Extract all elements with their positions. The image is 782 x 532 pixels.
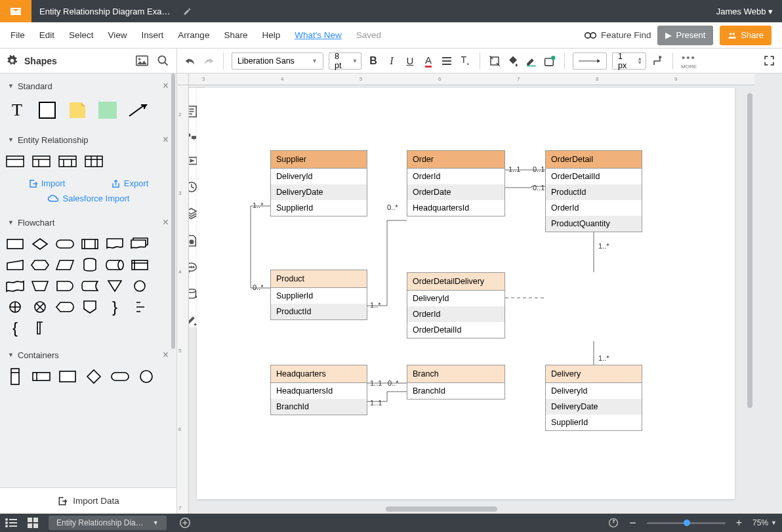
block-shape[interactable] (96, 100, 119, 121)
entity-header[interactable]: Supplier (271, 151, 367, 169)
fc-connector[interactable] (130, 278, 150, 294)
grid-view-icon[interactable] (22, 518, 43, 528)
fc-manual-op[interactable] (30, 278, 50, 294)
entity-field[interactable]: DeliveryId (271, 169, 367, 184)
canvas-vscrollbar[interactable] (745, 85, 754, 504)
er-export[interactable]: Export (111, 178, 149, 188)
fc-process[interactable] (5, 236, 25, 252)
zoom-slider[interactable] (647, 522, 726, 524)
entity-orderdetail[interactable]: OrderDetailOrderDetailIdProductIdOrderId… (545, 150, 642, 232)
er-table2-shape[interactable] (31, 153, 51, 169)
fc-note[interactable] (130, 299, 150, 315)
entity-field[interactable]: DeliveryDate (271, 184, 367, 200)
line-color-icon[interactable] (525, 54, 538, 68)
fc-multidoc[interactable] (130, 236, 150, 252)
menu-share[interactable]: Share (224, 30, 247, 40)
canvas-hscrollbar[interactable] (189, 504, 754, 514)
zoom-out-icon[interactable]: − (624, 516, 642, 530)
cont-vlane[interactable] (5, 369, 25, 384)
entity-field[interactable]: OrderId (407, 306, 504, 322)
entity-field[interactable]: DeliveryDate (546, 399, 642, 415)
fc-brace-r[interactable]: } (105, 299, 125, 315)
group-standard[interactable]: ▼Standard× (0, 73, 176, 96)
entity-field[interactable]: OrderDate (407, 184, 504, 200)
menu-help[interactable]: Help (262, 30, 280, 40)
entity-field[interactable]: HeadquartersId (271, 383, 367, 399)
undo-icon[interactable] (184, 54, 197, 68)
entity-field[interactable]: ProductId (546, 184, 642, 200)
entity-header[interactable]: Headquarters (271, 365, 367, 383)
fc-delay[interactable] (55, 278, 75, 294)
fc-offpage[interactable] (80, 299, 100, 315)
fc-manual-input[interactable] (5, 257, 25, 273)
italic-icon[interactable]: I (385, 54, 398, 68)
shape-style-icon[interactable] (543, 54, 556, 68)
search-icon[interactable] (155, 54, 170, 68)
line-style-select[interactable] (573, 52, 607, 70)
entity-field[interactable]: OrderId (407, 169, 504, 184)
align-icon[interactable] (440, 54, 453, 68)
entity-product[interactable]: ProductSupplierIdProductId (270, 270, 367, 320)
er-table3-shape[interactable] (58, 153, 77, 169)
menu-select[interactable]: Select (69, 30, 94, 40)
text-color-icon[interactable]: A (422, 54, 435, 68)
zoom-value[interactable]: 75% ▼ (747, 518, 782, 527)
text-shape[interactable]: T (5, 100, 29, 121)
entity-field[interactable]: SupplierId (271, 288, 367, 304)
list-view-icon[interactable] (0, 518, 22, 527)
entity-field[interactable]: OrderId (546, 200, 642, 216)
entity-field[interactable]: HeadquartersId (407, 200, 504, 216)
clear-format-icon[interactable]: T× (459, 54, 472, 68)
close-icon[interactable]: × (163, 134, 169, 146)
note-shape[interactable] (66, 100, 89, 121)
entity-headquarters[interactable]: HeadquartersHeadquartersIdBranchId (270, 365, 367, 415)
entity-field[interactable]: DeliveryId (546, 383, 642, 399)
share-button[interactable]: Share (720, 26, 772, 45)
close-icon[interactable]: × (163, 80, 169, 92)
entity-field[interactable]: SupplierId (546, 415, 642, 430)
fc-decision[interactable] (30, 236, 50, 252)
feature-find[interactable]: Feature Find (584, 30, 651, 40)
menu-view[interactable]: View (108, 30, 127, 40)
entity-header[interactable]: Order (407, 151, 504, 169)
bold-icon[interactable]: B (367, 54, 380, 68)
fc-data[interactable] (55, 257, 75, 273)
document-title[interactable]: Entity Relationship Diagram Exa… (31, 7, 178, 16)
fc-document[interactable] (105, 236, 125, 252)
entity-order[interactable]: OrderOrderIdOrderDateHeadquartersId (407, 150, 505, 216)
entity-header[interactable]: OrderDetailDelivery (407, 273, 504, 291)
close-icon[interactable]: × (163, 349, 169, 361)
rect-shape[interactable] (35, 100, 59, 121)
fc-internal[interactable] (130, 257, 150, 273)
cont-hlane[interactable] (31, 369, 51, 384)
entity-field[interactable]: DeliveryId (407, 291, 504, 306)
fc-stored[interactable] (80, 278, 100, 294)
fc-database[interactable] (80, 257, 100, 273)
font-select[interactable]: Liberation Sans▼ (232, 52, 323, 70)
entity-header[interactable]: OrderDetail (546, 151, 642, 169)
cont-diamond[interactable] (84, 369, 104, 384)
more-button[interactable]: •••MORE (681, 52, 697, 70)
cont-circle[interactable] (136, 369, 156, 384)
entity-branch[interactable]: BranchBranchId (407, 365, 505, 399)
salesforce-import[interactable]: Salesforce Import (0, 194, 176, 210)
fc-terminator[interactable] (55, 236, 75, 252)
image-icon[interactable] (134, 54, 149, 68)
page-tab[interactable]: Entity Relationship Dia…▼ (49, 516, 167, 530)
fc-or[interactable] (5, 299, 25, 315)
app-logo[interactable] (0, 0, 31, 22)
entity-header[interactable]: Product (271, 270, 367, 288)
fc-preparation[interactable] (30, 257, 50, 273)
fc-card[interactable] (30, 320, 50, 336)
canvas[interactable]: 3456789 234567 SupplierDeliveryIdDeliver… (177, 73, 782, 514)
entity-field[interactable]: ProductId (271, 304, 367, 319)
fc-directdata[interactable] (105, 257, 125, 273)
redo-icon[interactable] (202, 54, 215, 68)
line-route-icon[interactable] (651, 54, 665, 68)
font-size-select[interactable]: 8 pt▼ (329, 52, 361, 70)
gear-icon[interactable] (7, 55, 18, 66)
fullscreen-icon[interactable] (762, 54, 775, 68)
user-menu[interactable]: James Webb ▾ (707, 7, 782, 16)
entity-header[interactable]: Delivery (546, 365, 642, 383)
add-page-button[interactable] (177, 515, 193, 531)
